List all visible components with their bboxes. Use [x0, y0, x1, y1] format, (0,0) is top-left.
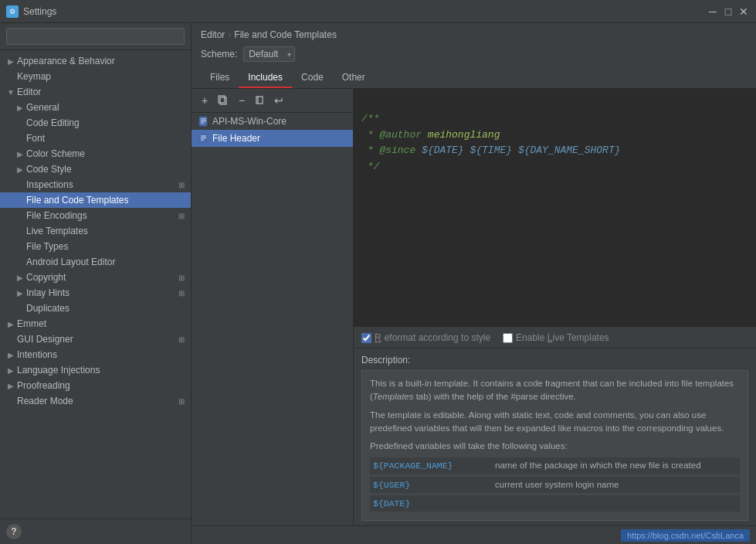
sidebar-item-live-templates[interactable]: Live Templates	[0, 223, 191, 239]
right-split: /** * @author meihongliang * @since ${DA…	[354, 89, 756, 525]
template-list: API-MS-Win-Core File Header	[192, 113, 353, 525]
minimize-button[interactable]: ─	[707, 5, 719, 18]
var-user: ${USER} current user system login name	[370, 477, 740, 493]
settings-icon: ⊞	[178, 335, 185, 344]
reset-button[interactable]: ↩	[270, 92, 287, 109]
sidebar-item-proofreading[interactable]: ▶ Proofreading	[0, 378, 191, 393]
sidebar-item-label: Copyright	[26, 272, 175, 283]
sidebar: ▶ Appearance & Behavior Keymap ▼ Editor …	[0, 23, 192, 544]
settings-icon: ⊞	[178, 181, 185, 189]
sidebar-item-label: GUI Designer	[17, 334, 175, 345]
sidebar-item-inlay-hints[interactable]: ▶ Inlay Hints ⊞	[0, 285, 191, 301]
sidebar-item-file-encodings[interactable]: File Encodings ⊞	[0, 208, 191, 223]
sidebar-item-duplicates[interactable]: Duplicates	[0, 301, 191, 316]
tab-includes[interactable]: Includes	[239, 68, 292, 88]
svg-rect-4	[199, 117, 207, 126]
sidebar-item-emmet[interactable]: ▶ Emmet	[0, 316, 191, 332]
sidebar-item-android-layout-editor[interactable]: Android Layout Editor	[0, 254, 191, 270]
close-button[interactable]: ✕	[737, 5, 750, 18]
sidebar-item-reader-mode[interactable]: Reader Mode ⊞	[0, 393, 191, 409]
breadcrumb-editor: Editor	[201, 29, 225, 40]
help-button[interactable]: ?	[6, 524, 22, 539]
scheme-select[interactable]: Default	[243, 46, 295, 62]
main-panel: Editor › File and Code Templates Scheme:…	[192, 23, 756, 544]
arrow-icon: ▶	[6, 366, 15, 375]
sidebar-item-label: Proofreading	[17, 380, 185, 391]
list-item-api-ms-win-core[interactable]: API-MS-Win-Core	[192, 113, 353, 130]
sidebar-item-label: Editor	[17, 87, 185, 97]
sidebar-item-color-scheme[interactable]: ▶ Color Scheme	[0, 146, 191, 162]
maximize-button[interactable]: □	[722, 5, 734, 18]
sidebar-item-code-editing[interactable]: Code Editing	[0, 115, 191, 131]
settings-icon: ⊞	[178, 212, 185, 220]
reformat-checkbox-label[interactable]: Reformat according to style	[361, 332, 490, 343]
sidebar-item-keymap[interactable]: Keymap	[0, 69, 191, 84]
editor-footer: Reformat according to style Enable Live …	[354, 327, 756, 348]
nav-tree: ▶ Appearance & Behavior Keymap ▼ Editor …	[0, 50, 191, 518]
sidebar-item-language-injections[interactable]: ▶ Language Injections	[0, 362, 191, 378]
sidebar-item-label: Android Layout Editor	[26, 257, 185, 267]
sidebar-item-gui-designer[interactable]: GUI Designer ⊞	[0, 332, 191, 347]
reformat-checkbox[interactable]	[361, 333, 371, 343]
sidebar-item-label: Appearance & Behavior	[17, 56, 185, 66]
sidebar-item-label: Color Scheme	[26, 148, 185, 159]
var-name: ${PACKAGE_NAME}	[373, 459, 489, 472]
add-button[interactable]: +	[196, 92, 213, 109]
sidebar-item-label: Inlay Hints	[26, 287, 175, 298]
tab-other[interactable]: Other	[333, 68, 375, 88]
file-icon	[198, 133, 208, 144]
sidebar-item-file-and-code-templates[interactable]: File and Code Templates	[0, 192, 191, 208]
enable-live-templates-label[interactable]: Enable Live Templates	[503, 332, 609, 343]
sidebar-item-label: Code Editing	[26, 117, 185, 128]
sidebar-item-label: File Types	[26, 241, 185, 252]
svg-rect-0	[220, 97, 226, 104]
arrow-icon: ▶	[6, 381, 15, 390]
app-icon: ⚙	[6, 5, 19, 18]
arrow-icon	[15, 196, 25, 205]
settings-icon: ⊞	[178, 274, 185, 282]
breadcrumb: Editor › File and Code Templates	[201, 29, 747, 40]
var-desc: name of the package in which the new fil…	[495, 459, 701, 472]
tab-files[interactable]: Files	[201, 68, 239, 88]
settings-icon: ⊞	[178, 397, 185, 406]
csdn-link[interactable]: https://blog.csdn.net/CsbLanca	[621, 529, 750, 542]
sidebar-item-inspections[interactable]: Inspections ⊞	[0, 177, 191, 192]
sidebar-item-label: Keymap	[17, 71, 185, 82]
sidebar-item-label: Reader Mode	[17, 396, 175, 406]
arrow-icon	[15, 242, 25, 251]
arrow-icon: ▶	[6, 350, 15, 359]
sidebar-item-copyright[interactable]: ▶ Copyright ⊞	[0, 270, 191, 285]
list-item-label: File Header	[212, 133, 260, 144]
enable-live-label-text: Enable Live Templates	[516, 332, 609, 343]
copy-icon-button[interactable]	[215, 92, 232, 109]
enable-live-templates-checkbox[interactable]	[503, 333, 513, 343]
sidebar-item-file-types[interactable]: File Types	[0, 239, 191, 254]
scheme-row: Scheme: Default	[201, 46, 747, 62]
arrow-icon	[6, 335, 15, 344]
arrow-icon	[15, 226, 25, 236]
list-item-file-header[interactable]: File Header	[192, 130, 353, 147]
duplicate-button[interactable]	[252, 92, 269, 109]
sidebar-item-code-style[interactable]: ▶ Code Style	[0, 162, 191, 177]
arrow-icon	[15, 118, 25, 128]
tab-code[interactable]: Code	[292, 68, 333, 88]
sidebar-item-label: File Encodings	[26, 210, 175, 221]
code-editor[interactable]: /** * @author meihongliang * @since ${DA…	[354, 89, 756, 327]
search-box	[0, 23, 191, 50]
arrow-icon: ▶	[6, 319, 15, 328]
sidebar-item-font[interactable]: Font	[0, 131, 191, 146]
var-desc: current user system login name	[495, 478, 619, 491]
panel-body: + − ↩	[192, 89, 756, 525]
sidebar-item-appearance[interactable]: ▶ Appearance & Behavior	[0, 53, 191, 69]
search-input[interactable]	[6, 28, 185, 45]
list-item-label: API-MS-Win-Core	[212, 116, 286, 127]
content-area: ▶ Appearance & Behavior Keymap ▼ Editor …	[0, 23, 756, 544]
sidebar-item-editor[interactable]: ▼ Editor	[0, 84, 191, 100]
editor-and-desc: /** * @author meihongliang * @since ${DA…	[354, 89, 756, 525]
remove-button[interactable]: −	[233, 92, 250, 109]
sidebar-item-general[interactable]: ▶ General	[0, 100, 191, 115]
sidebar-item-intentions[interactable]: ▶ Intentions	[0, 347, 191, 362]
scheme-label: Scheme:	[201, 49, 237, 60]
arrow-icon: ▶	[15, 165, 25, 174]
desc-text-1: This is a built-in template. It contains…	[370, 377, 740, 404]
